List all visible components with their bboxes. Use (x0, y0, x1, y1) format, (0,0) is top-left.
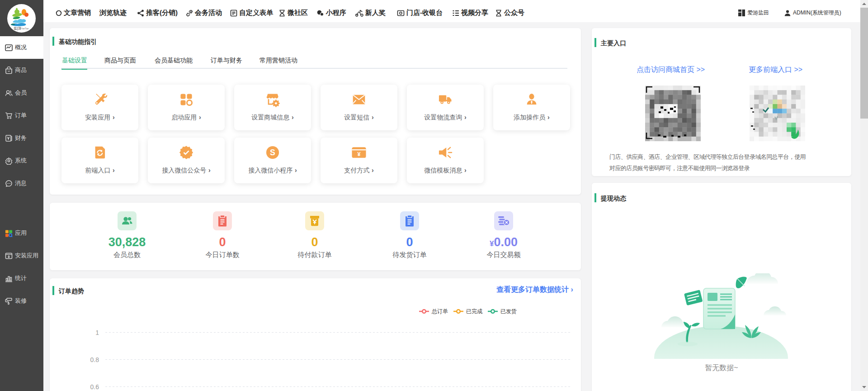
svg-text:S: S (270, 148, 275, 157)
svg-text:盐[游YanTian: 盐[游YanTian (14, 26, 29, 30)
svg-text:¥: ¥ (358, 151, 361, 157)
